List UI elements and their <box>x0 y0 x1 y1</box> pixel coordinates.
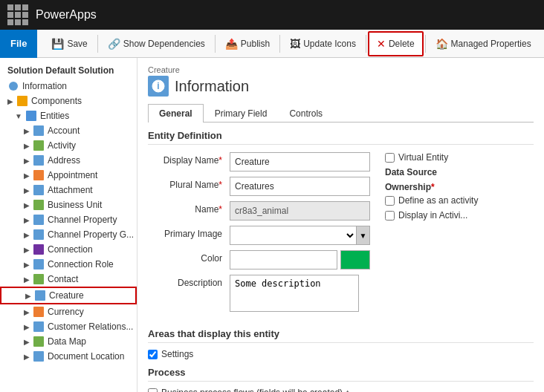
primary-image-control: ▼ <box>230 226 370 245</box>
display-name-input[interactable] <box>230 152 370 172</box>
sidebar-item-contact[interactable]: ▶ Contact <box>0 272 137 287</box>
sidebar-item-customer-relations[interactable]: ▶ Customer Relations... <box>0 319 137 334</box>
creature-arrow: ▶ <box>25 292 31 300</box>
managed-properties-button[interactable]: 🏠 Managed Properties <box>427 31 540 56</box>
data-map-arrow: ▶ <box>24 338 30 346</box>
display-name-row: Display Name* <box>148 152 370 172</box>
sidebar-item-information[interactable]: Information <box>0 79 137 94</box>
tab-controls[interactable]: Controls <box>278 104 334 122</box>
breadcrumb: Creature <box>148 65 534 74</box>
ribbon: File 💾 Save 🔗 Show Dependencies 📤 Publis… <box>0 30 544 58</box>
ribbon-sep-5 <box>425 35 426 53</box>
settings-area-label: Settings <box>161 349 193 359</box>
primary-image-select[interactable] <box>230 226 357 245</box>
delete-button[interactable]: ✕ Delete <box>368 31 424 56</box>
entity-definition-title: Entity Definition <box>148 130 534 145</box>
currency-entity-icon <box>33 306 45 318</box>
sidebar-item-address[interactable]: ▶ Address <box>0 153 137 168</box>
sidebar-currency-label: Currency <box>48 307 84 317</box>
top-bar: PowerApps <box>0 0 544 30</box>
sidebar: Solution Default Solution Information ▶ … <box>0 58 137 392</box>
description-textarea[interactable]: Some description <box>230 275 359 312</box>
channel-property-entity-icon <box>33 214 45 226</box>
color-swatch[interactable] <box>340 250 370 270</box>
components-icon <box>16 95 28 107</box>
sidebar-item-account[interactable]: ▶ Account <box>0 123 137 138</box>
page-title-area: i Information <box>148 76 534 97</box>
connection-role-entity-icon <box>33 258 45 270</box>
sidebar-channel-property-g-label: Channel Property G... <box>48 229 134 240</box>
plural-name-label: Plural Name* <box>148 177 230 190</box>
sidebar-business-unit-label: Business Unit <box>48 200 102 210</box>
delete-label: Delete <box>389 39 415 49</box>
sidebar-appointment-label: Appointment <box>48 170 97 180</box>
channel-property-g-entity-icon <box>33 229 45 241</box>
sidebar-item-attachment[interactable]: ▶ Attachment <box>0 183 137 197</box>
publish-button[interactable]: 📤 Publish <box>217 31 278 56</box>
sidebar-item-creature[interactable]: ▶ Creature <box>0 287 137 304</box>
define-as-activity-checkbox[interactable] <box>385 196 395 206</box>
primary-image-dropdown-arrow[interactable]: ▼ <box>357 226 370 245</box>
sidebar-item-data-map[interactable]: ▶ Data Map <box>0 334 137 349</box>
display-in-activity-row: Display in Activi... <box>385 210 534 220</box>
name-input[interactable] <box>230 201 370 220</box>
sidebar-item-connection-role[interactable]: ▶ Connection Role <box>0 257 137 272</box>
creature-entity-icon <box>34 290 46 301</box>
address-entity-icon <box>33 154 45 166</box>
save-button[interactable]: 💾 Save <box>43 31 95 56</box>
data-map-entity-icon <box>33 336 45 347</box>
plural-name-input[interactable] <box>230 177 370 196</box>
information-icon <box>7 80 19 92</box>
virtual-entity-checkbox[interactable] <box>385 153 395 163</box>
activity-entity-icon <box>33 140 45 151</box>
file-button[interactable]: File <box>0 30 37 58</box>
color-control <box>230 250 370 270</box>
contact-arrow: ▶ <box>24 275 30 284</box>
ownership-label: Ownership* <box>385 182 534 192</box>
virtual-entity-label: Virtual Entity <box>398 152 448 163</box>
data-source-label: Data Source <box>385 167 534 177</box>
sidebar-channel-property-label: Channel Property <box>48 215 117 225</box>
connection-entity-icon <box>33 244 45 255</box>
sidebar-item-currency[interactable]: ▶ Currency <box>0 304 137 319</box>
info-svg-icon: i <box>152 79 165 93</box>
show-dependencies-button[interactable]: 🔗 Show Dependencies <box>100 31 213 56</box>
connection-role-arrow: ▶ <box>24 261 30 269</box>
sidebar-item-document-location[interactable]: ▶ Document Location <box>0 349 137 364</box>
sidebar-item-entities[interactable]: ▼ Entities <box>0 108 137 123</box>
name-row: Name* <box>148 201 370 220</box>
publish-icon: 📤 <box>225 38 238 50</box>
svg-text:i: i <box>157 81 159 91</box>
document-location-entity-icon <box>33 350 45 362</box>
sidebar-item-channel-property-g[interactable]: ▶ Channel Property G... <box>0 227 137 242</box>
sidebar-item-activity[interactable]: ▶ Activity <box>0 138 137 153</box>
save-label: Save <box>67 39 87 49</box>
tab-general[interactable]: General <box>148 104 204 122</box>
activity-arrow: ▶ <box>24 142 30 150</box>
primary-image-select-wrap: ▼ <box>230 226 370 245</box>
app-grid-icon[interactable] <box>7 4 28 25</box>
delete-icon: ✕ <box>377 38 386 50</box>
tab-primary-field[interactable]: Primary Field <box>204 104 279 122</box>
sidebar-item-connection[interactable]: ▶ Connection <box>0 242 137 257</box>
entities-arrow: ▼ <box>15 112 22 120</box>
entities-icon <box>25 110 37 122</box>
update-icons-button[interactable]: 🖼 Update Icons <box>282 31 364 56</box>
sidebar-item-appointment[interactable]: ▶ Appointment <box>0 168 137 183</box>
dependencies-icon: 🔗 <box>108 38 120 50</box>
sidebar-item-business-unit[interactable]: ▶ Business Unit <box>0 197 137 212</box>
sidebar-attachment-label: Attachment <box>48 185 93 195</box>
name-label: Name* <box>148 201 230 215</box>
display-in-activity-checkbox[interactable] <box>385 211 395 220</box>
ribbon-sep-3 <box>279 35 280 53</box>
page-title: Information <box>175 78 249 95</box>
ribbon-sep-2 <box>215 35 216 53</box>
color-input[interactable] <box>230 250 337 270</box>
content-area: Creature i Information General Primary F… <box>137 58 544 392</box>
sidebar-item-components[interactable]: ▶ Components <box>0 94 137 108</box>
business-process-checkbox[interactable] <box>148 388 158 393</box>
sidebar-entities-label: Entities <box>40 111 69 121</box>
sidebar-item-channel-property[interactable]: ▶ Channel Property <box>0 212 137 227</box>
settings-area-checkbox[interactable] <box>148 350 158 359</box>
app-name: PowerApps <box>36 8 97 22</box>
